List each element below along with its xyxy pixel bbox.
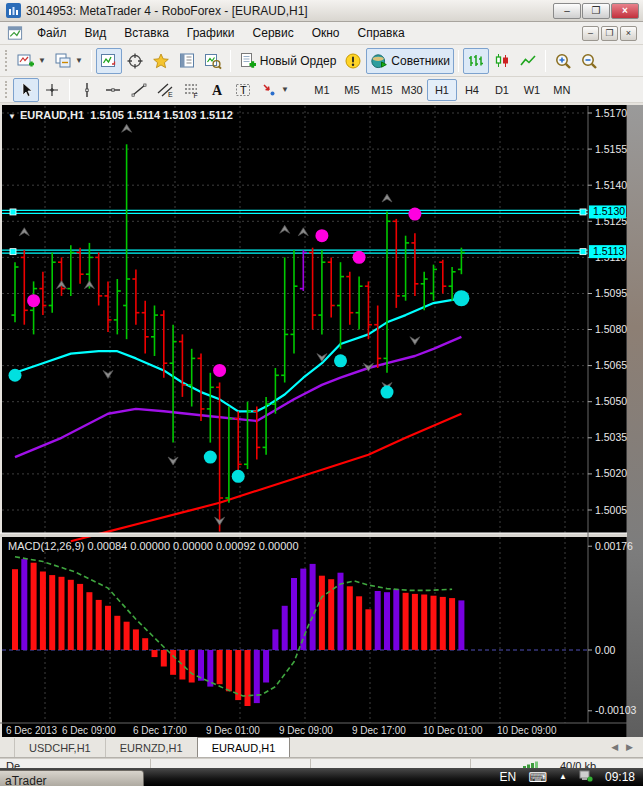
profiles-dropdown-icon[interactable]: ▼ (75, 56, 83, 65)
macd-bar (114, 616, 120, 650)
market-watch-button[interactable] (174, 48, 200, 74)
chart-area[interactable]: ▼EURAUD,H1 1.5105 1.5114 1.5103 1.5112MA… (0, 103, 643, 737)
title-bar[interactable]: 3014953: MetaTrader 4 - RoboForex - [EUR… (0, 0, 643, 22)
svg-text:6 Dec 2013: 6 Dec 2013 (6, 725, 58, 736)
timeframe-m5-button[interactable]: M5 (337, 79, 367, 101)
taskbar-app-button[interactable]: aTrader (0, 770, 144, 786)
macd-bar (49, 575, 55, 650)
toolbar-grip[interactable] (5, 81, 10, 99)
chart-tab-eurnzd-h1[interactable]: EURNZD,H1 (105, 738, 197, 757)
minimize-button[interactable]: – (553, 3, 581, 19)
language-indicator[interactable]: EN (500, 770, 517, 784)
chart-document-icon (6, 25, 24, 42)
chart-svg[interactable]: ▼EURAUD,H1 1.5105 1.5114 1.5103 1.5112MA… (0, 103, 643, 737)
profiles-button[interactable]: ▼ (50, 48, 87, 74)
data-window-icon (204, 52, 222, 70)
cyan-dot (232, 470, 245, 483)
timeframe-mn-button[interactable]: MN (547, 79, 577, 101)
tabs-scroll-right-icon[interactable]: ▶ (626, 742, 633, 752)
favorites-button[interactable] (148, 48, 174, 74)
tick-chart-button[interactable] (96, 48, 122, 74)
zoom-in-button[interactable] (550, 48, 576, 74)
text-label-button[interactable]: T (230, 78, 256, 102)
timeframe-d1-button[interactable]: D1 (487, 79, 517, 101)
timeframe-m30-button[interactable]: M30 (397, 79, 427, 101)
right-scroll-strip[interactable] (626, 105, 643, 737)
svg-text:10 Dec 09:00: 10 Dec 09:00 (497, 725, 557, 736)
timeframe-h4-button[interactable]: H4 (457, 79, 487, 101)
svg-text:10 Dec 01:00: 10 Dec 01:00 (423, 725, 483, 736)
time-axis[interactable]: 6 Dec 20136 Dec 09:006 Dec 17:009 Dec 01… (0, 723, 627, 736)
new-order-button[interactable]: Новый Ордер (235, 48, 340, 74)
macd-bar (291, 578, 297, 650)
zoom-out-button[interactable] (576, 48, 602, 74)
svg-text:1.5020: 1.5020 (595, 467, 627, 479)
macd-bar (412, 594, 418, 650)
chart-candles-button[interactable] (489, 48, 515, 74)
cyan-dot (381, 386, 394, 399)
menu-item-1[interactable]: Файл (28, 23, 76, 43)
svg-text:EURAUD,H1 1.5105 1.5114 1.510: EURAUD,H1 1.5105 1.5114 1.5103 1.5112 (20, 109, 233, 121)
keyboard-icon[interactable]: ⌨ (528, 771, 547, 784)
child-restore-button[interactable]: ❐ (601, 26, 618, 41)
app-icon (6, 3, 21, 18)
toolbar-grip[interactable] (5, 50, 10, 72)
timeframe-w1-button[interactable]: W1 (517, 79, 547, 101)
svg-text:1.5155: 1.5155 (595, 143, 627, 155)
menu-item-4[interactable]: Графики (178, 23, 244, 43)
menu-item-7[interactable]: Справка (349, 23, 414, 43)
network-icon[interactable] (579, 770, 593, 784)
maximize-button[interactable]: ❐ (582, 3, 610, 19)
fibonacci-button[interactable]: F (178, 78, 204, 102)
arrows-button[interactable]: ▼ (256, 78, 293, 102)
close-button[interactable]: × (611, 3, 639, 19)
trend-line-button[interactable] (126, 78, 152, 102)
new-chart-button[interactable]: ▼ (13, 48, 50, 74)
svg-text:1.5170: 1.5170 (595, 107, 627, 119)
macd-bar (179, 650, 185, 680)
data-window-button[interactable] (200, 48, 226, 74)
macd-bar (375, 591, 381, 650)
vertical-line-button[interactable] (74, 78, 100, 102)
crosshair-target-button[interactable] (122, 48, 148, 74)
expert-warning-button[interactable] (340, 48, 366, 74)
new-chart-dropdown-icon[interactable]: ▼ (38, 56, 46, 65)
macd-bar (21, 559, 27, 650)
macd-bar (217, 650, 223, 684)
chart-line-button[interactable] (515, 48, 541, 74)
child-close-button[interactable]: × (620, 26, 637, 41)
menu-item-6[interactable]: Окно (303, 23, 349, 43)
svg-text:0.00: 0.00 (595, 644, 616, 656)
advisors-button[interactable]: Советники (366, 48, 454, 74)
chart-tab-euraud-h1[interactable]: EURAUD,H1 (197, 737, 291, 757)
macd-bar (440, 597, 446, 650)
pane-divider[interactable] (0, 533, 627, 537)
cursor-button[interactable] (13, 78, 39, 102)
arrows-dropdown-icon[interactable]: ▼ (281, 85, 289, 94)
timeframe-m15-button[interactable]: M15 (367, 79, 397, 101)
toolbar-separator (545, 50, 546, 72)
chart-bars-button[interactable] (463, 48, 489, 74)
chart-tab-usdchf-h1[interactable]: USDCHF,H1 (14, 738, 105, 757)
macd-bar (245, 650, 251, 706)
crosshair-button[interactable] (39, 78, 65, 102)
macd-bar (421, 595, 427, 651)
tray-expand-icon[interactable]: ▲ (559, 773, 567, 781)
timeframe-m1-button[interactable]: M1 (307, 79, 337, 101)
status-bar: De 40/0 kb (0, 758, 643, 768)
text-button[interactable]: A (204, 78, 230, 102)
zoom-out-icon (580, 52, 598, 70)
svg-text:-0.00103: -0.00103 (595, 704, 637, 716)
window-title: 3014953: MetaTrader 4 - RoboForex - [EUR… (26, 4, 549, 18)
equidistant-channel-button[interactable]: E (152, 78, 178, 102)
clock[interactable]: 09:18 (605, 770, 635, 784)
timeframe-h1-button[interactable]: H1 (427, 79, 457, 101)
macd-bar (384, 592, 390, 650)
child-minimize-button[interactable]: – (582, 26, 599, 41)
menu-item-5[interactable]: Сервис (244, 23, 303, 43)
menu-item-3[interactable]: Вставка (115, 23, 178, 43)
menu-item-2[interactable]: Вид (76, 23, 116, 43)
tabs-scroll-left-icon[interactable]: ◀ (611, 742, 618, 752)
svg-text:6 Dec 09:00: 6 Dec 09:00 (62, 725, 116, 736)
horizontal-line-button[interactable] (100, 78, 126, 102)
